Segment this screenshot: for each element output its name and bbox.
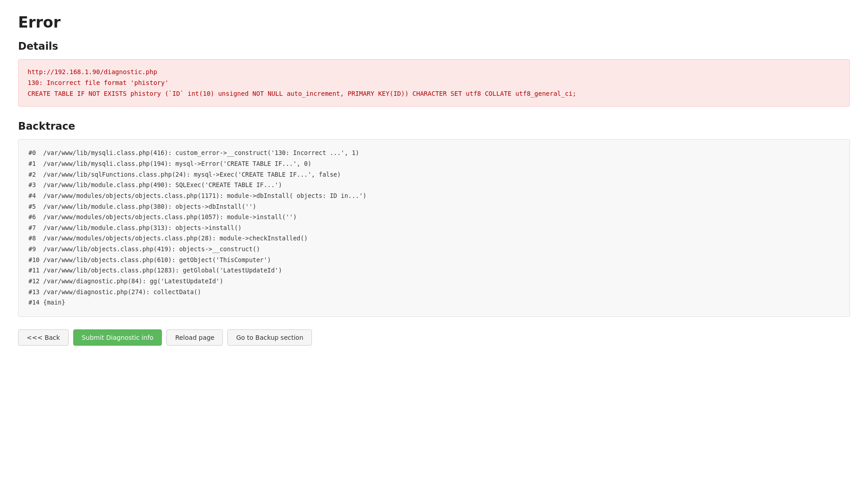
reload-page-button[interactable]: Reload page [166, 329, 223, 346]
error-line-2: 130: Incorrect file format 'phistory' [28, 78, 840, 89]
backtrace-line: #11 /var/www/lib/objects.class.php(1283)… [28, 265, 840, 276]
backtrace-line: #8 /var/www/modules/objects/objects.clas… [28, 233, 840, 244]
backtrace-line: #12 /var/www/diagnostic.php(84): gg('Lat… [28, 276, 840, 287]
backtrace-line: #9 /var/www/lib/objects.class.php(419): … [28, 244, 840, 255]
backtrace-line: #10 /var/www/lib/objects.class.php(610):… [28, 255, 840, 266]
go-to-backup-button[interactable]: Go to Backup section [227, 329, 312, 346]
backtrace-line: #14 {main} [28, 297, 840, 308]
page-title: Error [18, 14, 850, 31]
submit-diagnostic-button[interactable]: Submit Diagnostic info [73, 329, 162, 346]
details-heading: Details [18, 40, 850, 52]
back-button[interactable]: <<< Back [18, 329, 69, 346]
error-line-1: http://192.168.1.90/diagnostic.php [28, 67, 840, 78]
backtrace-line: #3 /var/www/lib/module.class.php(490): S… [28, 180, 840, 191]
error-details-box: http://192.168.1.90/diagnostic.php 130: … [18, 59, 850, 107]
backtrace-line: #1 /var/www/lib/mysqli.class.php(194): m… [28, 159, 840, 169]
backtrace-line: #4 /var/www/modules/objects/objects.clas… [28, 191, 840, 202]
backtrace-line: #2 /var/www/lib/sqlFunctions.class.php(2… [28, 169, 840, 180]
backtrace-line: #13 /var/www/diagnostic.php(274): collec… [28, 287, 840, 298]
backtrace-box: #0 /var/www/lib/mysqli.class.php(416): c… [18, 139, 850, 316]
backtrace-line: #7 /var/www/lib/module.class.php(313): o… [28, 223, 840, 234]
button-row: <<< Back Submit Diagnostic info Reload p… [18, 329, 850, 346]
error-line-3: CREATE TABLE IF NOT EXISTS phistory (`ID… [28, 89, 840, 99]
backtrace-heading: Backtrace [18, 120, 850, 132]
backtrace-line: #6 /var/www/modules/objects/objects.clas… [28, 212, 840, 223]
backtrace-line: #0 /var/www/lib/mysqli.class.php(416): c… [28, 148, 840, 159]
backtrace-line: #5 /var/www/lib/module.class.php(380): o… [28, 202, 840, 212]
